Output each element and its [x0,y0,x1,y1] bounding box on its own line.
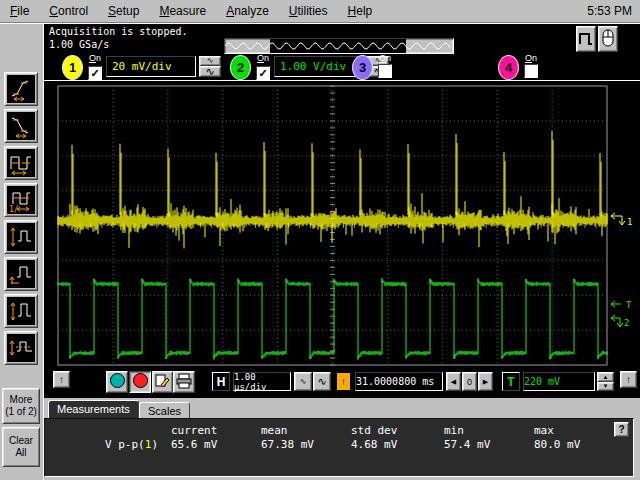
channel-2-ground-marker[interactable]: 2 [611,315,629,328]
clear-display-icon [155,373,170,389]
channel-3-on-label: On [376,54,394,63]
more-measurements-button[interactable]: More (1 of 2) [2,388,40,424]
trigger-level-up-button[interactable]: ▲ [597,372,614,382]
run-button[interactable] [106,371,128,393]
channel-3-badge[interactable]: 3 [352,55,373,80]
measure-v-amplitude-button[interactable] [4,294,38,328]
acquisition-status: Acquisition is stopped. [49,26,187,37]
vpp-mean-value: 67.38 mV [261,438,314,451]
channel-1-on-checkbox[interactable]: ✓ [88,66,102,80]
channel-4-on-checkbox[interactable] [524,64,538,78]
frequency-icon: 1/ [8,187,34,213]
horizontal-scale-increase-button[interactable]: ∿ [313,372,331,391]
v-min-icon [8,261,34,287]
svg-text:T: T [626,300,632,310]
measure-period-button[interactable] [4,146,38,180]
menu-measure[interactable]: Measure [149,2,216,20]
measurement-sidebar: 1/ More (1 of 2) Clear All [0,24,44,480]
v-pp-icon [8,224,34,250]
waveform-display: 1 T 2 [44,80,640,368]
channel-2-on-label: On [254,54,272,63]
v-amplitude-icon [8,298,34,324]
print-button[interactable] [173,371,195,393]
vpp-current-value: 65.6 mV [171,438,217,451]
horizontal-setup-button[interactable]: H [212,372,230,391]
menu-control[interactable]: Control [39,2,98,20]
panel-right-strip [634,398,640,480]
trigger-level-display[interactable]: 220 mV [523,372,595,391]
measure-frequency-button[interactable]: 1/ [4,183,38,217]
v-avg-icon [8,335,34,361]
channel-2-badge[interactable]: 2 [230,55,251,80]
trigger-level-spinner: ▲ ▼ [597,372,614,391]
channel-controls-row: 1 On ✓ 20 mV/div ∿ ∿ 2 On ✓ 1.00 V/div ∿… [44,54,640,80]
measurements-panel: current mean std dev min max V p-p(1) 65… [44,418,634,477]
position-right-button[interactable]: ▶ [478,372,493,391]
channel-2-on-control: On ✓ [254,54,272,81]
more-label-line1: More [10,394,33,405]
header-min: min [444,424,464,437]
rise-time-icon [8,76,34,102]
mouse-mode-button[interactable] [598,26,618,52]
vpp-std-dev-value: 4.68 mV [351,438,397,451]
fall-time-icon [8,113,34,139]
sample-rate: 1.00 GSa/s [49,39,109,50]
channel-4-badge[interactable]: 4 [498,55,519,80]
help-button[interactable]: ? [614,422,629,437]
position-left-button[interactable]: ◀ [446,372,461,391]
header-std-dev: std dev [351,424,397,437]
trigger-level-down-button[interactable]: ▼ [597,382,614,392]
time-reference-button[interactable]: ↑ [336,372,351,391]
horizontal-scale-decrease-button[interactable]: ∿ [294,372,312,391]
tab-scales[interactable]: Scales [139,402,190,418]
menu-file[interactable]: File [0,2,39,20]
tab-measurements[interactable]: Measurements [48,400,139,418]
channel-4-on-control: On [522,54,540,82]
waveform-plot[interactable]: 1 T 2 [44,81,640,369]
trigger-level-marker[interactable]: T [611,300,632,310]
menu-setup[interactable]: Setup [98,2,149,20]
svg-text:1: 1 [627,217,632,227]
channel-1-scale-spinner: ∿ ∿ [199,56,221,77]
waveform-mode-button[interactable] [576,26,596,52]
trigger-setup-button[interactable]: T [502,372,520,391]
menu-help[interactable]: Help [338,2,383,20]
expand-up-right-button[interactable]: ↑ [620,371,637,388]
channel-2-scale-display[interactable]: 1.00 V/div [274,56,364,77]
channel-1-scale-display[interactable]: 20 mV/div [106,56,196,77]
channel-2-on-checkbox[interactable]: ✓ [256,66,270,80]
measure-rise-time-button[interactable] [4,72,38,106]
header-max: max [534,424,554,437]
clear-all-line1: Clear [9,435,33,446]
measure-v-pp-button[interactable] [4,220,38,254]
horizontal-position-display[interactable]: 31.0000800 ms [355,372,443,391]
oscilloscope-application: File Control Setup Measure Analyze Utili… [0,0,640,480]
clear-all-button[interactable]: Clear All [2,427,40,467]
expand-up-left-button[interactable]: ↑ [53,371,70,388]
channel-3-on-control: On [376,54,394,82]
measure-v-min-button[interactable] [4,257,38,291]
clear-display-button[interactable] [152,371,173,393]
clear-all-line2: All [15,447,26,458]
stop-button[interactable] [129,371,151,393]
channel-1-on-control: On ✓ [86,54,104,81]
acquisition-memory-bar[interactable] [224,38,454,54]
measure-fall-time-button[interactable] [4,109,38,143]
channel-1-ground-marker[interactable]: 1 [611,213,632,227]
run-icon [110,373,125,388]
results-tabs: Measurements Scales [44,398,640,418]
position-zero-button[interactable]: 0 [462,372,477,391]
menu-analyze[interactable]: Analyze [216,2,279,20]
menu-utilities[interactable]: Utilities [279,2,338,20]
mouse-icon [600,27,616,49]
horizontal-scale-display[interactable]: 1.00 µs/div [233,372,291,391]
measure-v-avg-button[interactable] [4,331,38,365]
memory-bar-waveform [225,39,451,51]
channel-1-scale-increase-button[interactable]: ∿ [199,66,221,77]
header-current: current [171,424,217,437]
channel-1-badge[interactable]: 1 [62,55,83,80]
measurement-row-label: V p-p(1) [105,438,158,451]
channel-3-on-checkbox[interactable] [378,64,392,78]
channel-1-on-label: On [86,54,104,63]
more-label-line2: (1 of 2) [5,406,37,417]
